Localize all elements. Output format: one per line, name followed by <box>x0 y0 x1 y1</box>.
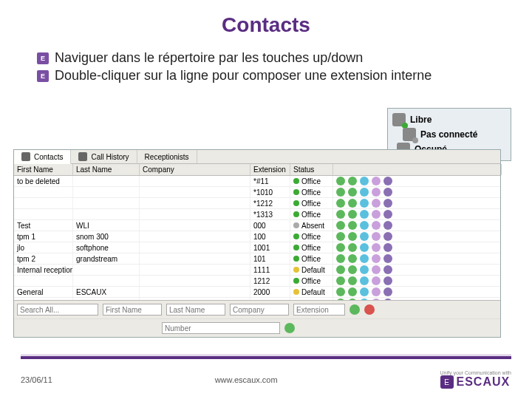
table-row[interactable]: GeneralESCAUX2000Default <box>14 287 500 298</box>
action-vm-icon[interactable] <box>372 276 381 285</box>
action-call-icon[interactable] <box>336 287 345 296</box>
action-more-icon[interactable] <box>383 210 392 219</box>
action-transfer-icon[interactable] <box>348 265 357 274</box>
history-icon <box>78 152 87 161</box>
action-call-icon[interactable] <box>336 265 345 274</box>
action-call-icon[interactable] <box>336 254 345 263</box>
action-more-icon[interactable] <box>383 243 392 252</box>
tab-contacts[interactable]: Contacts <box>14 150 71 164</box>
table-row[interactable]: 1212Office <box>14 276 500 287</box>
action-vm-icon[interactable] <box>372 265 381 274</box>
action-vm-icon[interactable] <box>372 221 381 230</box>
action-call-icon[interactable] <box>336 299 345 300</box>
action-call-icon[interactable] <box>336 276 345 285</box>
dial-number-input[interactable] <box>162 322 280 334</box>
action-transfer-icon[interactable] <box>348 199 357 208</box>
action-info-icon[interactable] <box>360 299 369 300</box>
cell-last: WLI <box>73 220 140 231</box>
search-last-input[interactable] <box>166 304 225 316</box>
action-info-icon[interactable] <box>360 199 369 208</box>
action-transfer-icon[interactable] <box>348 287 357 296</box>
action-vm-icon[interactable] <box>372 199 381 208</box>
bullet-item: ENaviguer dans le répertoire par les tou… <box>37 50 532 66</box>
action-more-icon[interactable] <box>383 177 392 185</box>
search-company-input[interactable] <box>230 304 289 316</box>
table-row[interactable]: *1313Office <box>14 209 500 220</box>
action-vm-icon[interactable] <box>372 299 381 300</box>
table-row[interactable]: to be deleted*#11Office <box>14 176 500 187</box>
action-call-icon[interactable] <box>336 232 345 241</box>
table-row[interactable]: Internal reception1111Default <box>14 265 500 276</box>
action-vm-icon[interactable] <box>372 188 381 197</box>
action-info-icon[interactable] <box>360 177 369 185</box>
action-transfer-icon[interactable] <box>348 254 357 263</box>
table-row[interactable]: *1212Office <box>14 198 500 209</box>
action-info-icon[interactable] <box>360 221 369 230</box>
action-info-icon[interactable] <box>360 254 369 263</box>
col-status[interactable]: Status <box>290 164 333 175</box>
action-vm-icon[interactable] <box>372 232 381 241</box>
cell-status: Office <box>290 242 333 253</box>
action-info-icon[interactable] <box>360 276 369 285</box>
table-row[interactable]: jlosoftphone1001Office <box>14 242 500 253</box>
action-call-icon[interactable] <box>336 210 345 219</box>
action-transfer-icon[interactable] <box>348 243 357 252</box>
action-call-icon[interactable] <box>336 199 345 208</box>
search-clear-icon[interactable] <box>364 304 375 315</box>
action-call-icon[interactable] <box>336 188 345 197</box>
table-row[interactable]: tpm 1snom 300100Office <box>14 231 500 242</box>
table-header: First Name Last Name Company Extension S… <box>14 164 500 176</box>
table-row[interactable]: *1010Office <box>14 187 500 198</box>
action-info-icon[interactable] <box>360 243 369 252</box>
action-vm-icon[interactable] <box>372 210 381 219</box>
col-first-name[interactable]: First Name <box>14 164 73 175</box>
action-more-icon[interactable] <box>383 188 392 197</box>
action-transfer-icon[interactable] <box>348 232 357 241</box>
action-call-icon[interactable] <box>336 221 345 230</box>
col-last-name[interactable]: Last Name <box>73 164 140 175</box>
action-info-icon[interactable] <box>360 188 369 197</box>
action-more-icon[interactable] <box>383 232 392 241</box>
action-transfer-icon[interactable] <box>348 188 357 197</box>
search-go-icon[interactable] <box>349 304 360 315</box>
status-dot-icon <box>293 267 299 273</box>
action-more-icon[interactable] <box>383 287 392 296</box>
action-vm-icon[interactable] <box>372 177 381 185</box>
action-more-icon[interactable] <box>383 254 392 263</box>
table-row[interactable]: TestWLI000Absent <box>14 220 500 231</box>
action-info-icon[interactable] <box>360 287 369 296</box>
tab-label: Call History <box>91 153 129 161</box>
action-info-icon[interactable] <box>360 232 369 241</box>
dial-call-icon[interactable] <box>284 323 295 333</box>
footer-logo: Unify your Communication with E ESCAUX <box>440 370 511 389</box>
action-vm-icon[interactable] <box>372 243 381 252</box>
action-transfer-icon[interactable] <box>348 221 357 230</box>
action-transfer-icon[interactable] <box>348 210 357 219</box>
action-more-icon[interactable] <box>383 276 392 285</box>
action-more-icon[interactable] <box>383 221 392 230</box>
search-bar <box>14 300 500 318</box>
action-transfer-icon[interactable] <box>348 276 357 285</box>
table-row[interactable]: tpm 2grandstream101Office <box>14 253 500 265</box>
cell-last <box>73 265 140 275</box>
search-all-input[interactable] <box>17 304 98 316</box>
search-ext-input[interactable] <box>293 304 345 316</box>
tab-call-history[interactable]: Call History <box>71 150 137 163</box>
action-vm-icon[interactable] <box>372 254 381 263</box>
action-more-icon[interactable] <box>383 299 392 300</box>
table-row[interactable]: netconsole1jlo2001Default <box>14 298 500 300</box>
action-transfer-icon[interactable] <box>348 177 357 185</box>
col-company[interactable]: Company <box>140 164 250 175</box>
action-more-icon[interactable] <box>383 199 392 208</box>
action-more-icon[interactable] <box>383 265 392 274</box>
action-vm-icon[interactable] <box>372 287 381 296</box>
tab-receptionists[interactable]: Receptionists <box>137 150 197 163</box>
action-info-icon[interactable] <box>360 265 369 274</box>
action-call-icon[interactable] <box>336 243 345 252</box>
search-first-input[interactable] <box>103 304 162 316</box>
action-call-icon[interactable] <box>336 177 345 185</box>
col-extension[interactable]: Extension <box>250 164 290 175</box>
action-transfer-icon[interactable] <box>348 299 357 300</box>
cell-status: Office <box>290 209 333 219</box>
action-info-icon[interactable] <box>360 210 369 219</box>
